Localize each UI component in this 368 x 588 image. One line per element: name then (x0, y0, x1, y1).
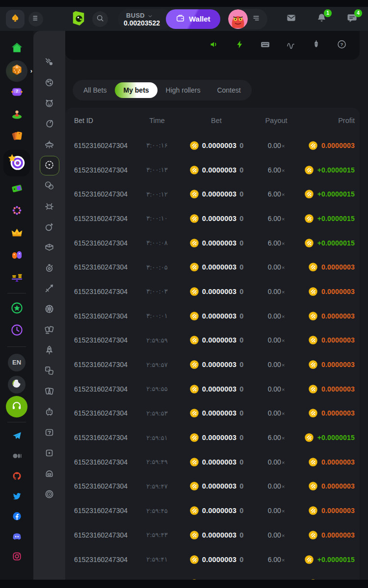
game-item-monster[interactable] (33, 94, 65, 114)
payout-multiplier: 6.00 (268, 190, 281, 198)
game-item-cookies[interactable] (33, 176, 65, 196)
sidebar-item-telegram[interactable] (0, 427, 33, 447)
bet-id: 61523160247304 (74, 361, 137, 368)
sidebar-item-facebook[interactable] (0, 507, 33, 527)
sidebar-item-vip-crown[interactable] (0, 222, 33, 245)
sidebar-item-promotions[interactable] (0, 126, 33, 148)
site-logo[interactable] (70, 9, 89, 29)
game-item-aim[interactable] (33, 155, 65, 176)
profit-cell: 0.0000003 (297, 530, 355, 540)
sidebar-item-theme-moon[interactable] (0, 373, 33, 395)
help-button[interactable]: ? (336, 40, 347, 51)
table-row[interactable]: 61523160247304۲:۵۹:۴۱0.000000306.00×+0.0… (74, 547, 355, 572)
game-item-stopwatch[interactable] (33, 258, 65, 279)
tab-contest[interactable]: Contest (209, 82, 249, 98)
game-item-helmet[interactable] (33, 464, 65, 485)
sidebar-item-support-headphones[interactable] (0, 395, 33, 417)
sidebar-item-github[interactable] (0, 467, 33, 487)
sidebar-item-target-game[interactable] (0, 148, 33, 178)
menu-button[interactable] (28, 12, 43, 26)
game-item-bomb[interactable] (33, 217, 65, 238)
stopwatch-icon (44, 262, 55, 275)
game-item-cards[interactable] (33, 382, 65, 402)
game-item-ufo[interactable] (33, 135, 65, 155)
table-row[interactable]: 61523160247304۲:۵۹:۵۹0.000000300.00×0.00… (74, 328, 355, 353)
search-button[interactable] (92, 11, 108, 27)
sidebar-item-discord[interactable] (0, 527, 33, 547)
trend-button[interactable] (285, 40, 296, 51)
bet-id: 61523160247304 (74, 166, 137, 174)
wallet-button[interactable]: Wallet (166, 9, 220, 29)
sidebar-item-live-casino[interactable] (0, 104, 33, 126)
table-row[interactable]: 61523160247304۲:۵۹:۵۳0.000000300.00×0.00… (74, 401, 355, 426)
payout-multiplier: 0.00 (268, 458, 281, 466)
game-item-flying-cards[interactable] (33, 320, 65, 341)
sidebar-item-slots[interactable]: 7 (0, 82, 33, 104)
seed-button[interactable] (311, 40, 321, 51)
cards-icon (44, 386, 55, 399)
sidebar-item-staking[interactable] (0, 267, 33, 289)
table-row[interactable]: 61523160247304۲:۵۹:۴۳0.000000300.00×0.00… (74, 523, 355, 547)
lightning-button[interactable] (234, 40, 245, 51)
balance-selector[interactable]: BUSD 0.00203522 (118, 9, 173, 29)
inbox-button[interactable] (285, 13, 297, 25)
game-item-frame[interactable] (33, 443, 65, 464)
game-item-wheel[interactable] (33, 299, 65, 320)
sidebar-item-casino-dice[interactable]: › (0, 60, 33, 82)
robot-icon (44, 406, 55, 419)
table-row[interactable]: 61523160247304۲:۵۹:۴۹0.000000300.00×0.00… (74, 450, 355, 474)
brand-spade-button[interactable] (6, 10, 25, 28)
table-row[interactable]: 61523160247304۳:۰۰:۱۶0.000000300.00×0.00… (74, 133, 355, 158)
chat-button[interactable]: 4 (345, 13, 358, 25)
table-row[interactable]: 61523160247304۲:۵۹:۳۹0.000000300.00×0.00… (74, 571, 355, 580)
game-item-planet[interactable] (33, 73, 65, 94)
table-row[interactable]: 61523160247304۳:۰۰:۰۳0.000000300.00×0.00… (74, 279, 355, 304)
sound-button[interactable] (209, 40, 219, 51)
sidebar-item-racing-ticket[interactable] (0, 178, 33, 200)
game-item-card-shoe[interactable] (33, 238, 65, 258)
language-button[interactable]: EN (8, 354, 26, 371)
table-row[interactable]: 61523160247304۲:۵۹:۵۷0.000000300.00×0.00… (74, 352, 355, 377)
table-row[interactable]: 61523160247304۲:۵۹:۴۷0.000000300.00×0.00… (74, 474, 355, 499)
game-item-comet[interactable] (33, 52, 65, 73)
sidebar-item-instagram[interactable] (0, 547, 33, 567)
busd-coin-icon (189, 506, 199, 515)
game-item-dice-cards[interactable] (33, 361, 65, 382)
table-row[interactable]: 61523160247304۲:۵۹:۵۵0.000000300.00×0.00… (74, 377, 355, 401)
table-row[interactable]: 61523160247304۳:۰۰:۰۵0.000000300.00×0.00… (74, 255, 355, 279)
sidebar-item-home[interactable] (0, 38, 33, 60)
game-item-disc[interactable] (33, 485, 65, 505)
keyboard-button[interactable] (260, 40, 270, 51)
table-row[interactable]: 61523160247304۳:۰۰:۰۸0.000000306.00×+0.0… (74, 231, 355, 255)
sidebar-item-twitter[interactable] (0, 487, 33, 507)
game-item-robot[interactable] (33, 402, 65, 423)
tab-high-rollers[interactable]: High rollers (158, 82, 209, 98)
game-item-rocket[interactable] (33, 341, 65, 361)
table-row[interactable]: 61523160247304۲:۵۹:۴۵0.000000300.00×0.00… (74, 498, 355, 523)
table-row[interactable]: 61523160247304۳:۰۰:۱۰0.000000306.00×+0.0… (74, 206, 355, 231)
table-row[interactable]: 61523160247304۳:۰۰:۰۱0.000000300.00×0.00… (74, 304, 355, 328)
table-row[interactable]: 61523160247304۳:۰۰:۱۲0.000000306.00×+0.0… (74, 182, 355, 206)
theme-toggle[interactable] (8, 376, 26, 393)
tab-all-bets[interactable]: All Bets (75, 82, 115, 98)
sidebar-item-quests-star[interactable] (0, 298, 33, 320)
facebook-icon (12, 511, 22, 523)
game-item-fireball[interactable] (33, 114, 65, 135)
tab-my-bets[interactable]: My bets (115, 82, 157, 98)
sidebar-item-affiliate[interactable] (0, 245, 33, 267)
sidebar-item-medium[interactable] (0, 447, 33, 467)
support-button[interactable] (6, 396, 27, 417)
game-item-crab[interactable] (33, 196, 65, 217)
game-item-sword[interactable] (33, 279, 65, 299)
sidebar-item-recent-clock[interactable] (0, 320, 33, 342)
bet-amount-cell: 0.00000030 (177, 238, 256, 248)
table-row[interactable]: 61523160247304۲:۵۹:۵۱0.000000306.00×+0.0… (74, 425, 355, 450)
game-item-slot-seven[interactable] (33, 423, 65, 443)
avatar[interactable] (228, 9, 248, 29)
table-row[interactable]: 61523160247304۳:۰۰:۱۳0.000000306.00×+0.0… (74, 158, 355, 182)
menu-icon (31, 13, 41, 25)
bet-list-button[interactable] (249, 12, 263, 26)
notifications-button[interactable]: 1 (315, 13, 328, 25)
sidebar-item-language[interactable]: EN (0, 351, 33, 373)
sidebar-item-bonus-ring[interactable] (0, 200, 33, 222)
